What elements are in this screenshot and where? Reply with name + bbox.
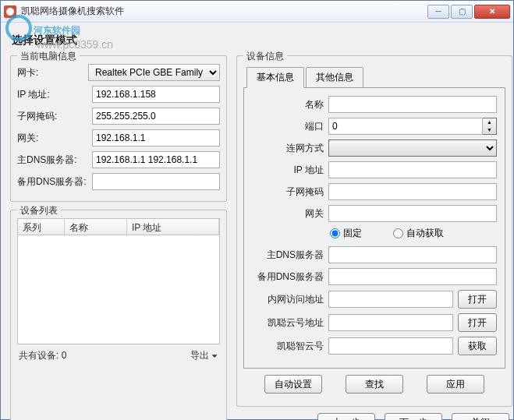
dev-ip-label: IP 地址: [252, 164, 324, 177]
local-info-group: 当前电脑信息 网卡: Realtek PCIe GBE Family IP 地址…: [10, 55, 227, 202]
dev-gateway-input[interactable]: [328, 205, 497, 222]
dev-mask-label: 子网掩码: [252, 185, 324, 199]
dev-dns2-input[interactable]: [328, 268, 497, 285]
col-name[interactable]: 名称: [65, 219, 127, 235]
col-ip[interactable]: IP 地址: [127, 219, 219, 235]
prev-button[interactable]: 上一步: [317, 413, 375, 420]
dev-lan-label: 内网访问地址: [252, 293, 324, 306]
radio-auto[interactable]: 自动获取: [393, 227, 444, 240]
minimize-button[interactable]: ─: [427, 5, 449, 19]
local-info-legend: 当前电脑信息: [17, 50, 80, 63]
device-info-group: 设备信息 基本信息 其他信息 名称 端口: [236, 55, 512, 407]
device-list-group: 设备列表 系列 名称 IP 地址 共有设备: 0 导出: [10, 210, 227, 420]
table-header: 系列 名称 IP 地址: [17, 218, 220, 235]
dev-mask-input[interactable]: [328, 183, 497, 200]
window-title: 凯聪网络摄像机搜索软件: [21, 5, 427, 18]
dev-dns1-label: 主DNS服务器: [252, 249, 324, 262]
lan-open-button[interactable]: 打开: [458, 290, 497, 309]
export-link[interactable]: 导出: [190, 349, 218, 362]
titlebar[interactable]: 凯聪网络摄像机搜索软件 ─ ▢ ✕: [1, 1, 513, 23]
device-count: 共有设备: 0: [19, 349, 66, 362]
dev-name-input[interactable]: [328, 96, 497, 113]
nic-select[interactable]: Realtek PCIe GBE Family: [88, 64, 220, 81]
dev-conn-label: 连网方式: [252, 142, 324, 155]
gateway-label: 网关:: [17, 132, 87, 145]
table-body[interactable]: [17, 235, 220, 344]
close-footer-button[interactable]: 关闭: [452, 413, 509, 420]
smart-get-button[interactable]: 获取: [458, 337, 497, 355]
dev-cloud-label: 凯聪云号地址: [252, 316, 324, 330]
ip-input[interactable]: [92, 86, 220, 103]
maximize-button[interactable]: ▢: [451, 5, 473, 19]
apply-button[interactable]: 应用: [427, 375, 484, 394]
dev-lan-input[interactable]: [328, 291, 453, 308]
dev-smart-label: 凯聪智云号: [252, 340, 324, 353]
radio-fixed[interactable]: 固定: [330, 227, 362, 240]
tab-other[interactable]: 其他信息: [306, 67, 363, 88]
gateway-input[interactable]: [92, 129, 220, 146]
next-button[interactable]: 下一步: [385, 413, 442, 420]
device-info-legend: 设备信息: [243, 50, 287, 63]
dns2-input[interactable]: [92, 173, 220, 190]
ip-label: IP 地址:: [17, 88, 87, 101]
tab-basic[interactable]: 基本信息: [246, 67, 304, 88]
dns1-input[interactable]: [92, 151, 220, 168]
dev-port-input[interactable]: [328, 118, 483, 135]
app-icon: [4, 5, 16, 18]
dev-ip-input[interactable]: [328, 161, 497, 178]
dev-cloud-input[interactable]: [328, 314, 453, 331]
dns2-label: 备用DNS服务器:: [17, 175, 87, 189]
dev-gateway-label: 网关: [252, 207, 324, 221]
device-list-legend: 设备列表: [17, 204, 61, 217]
cloud-open-button[interactable]: 打开: [458, 313, 497, 332]
dev-smart-input[interactable]: [328, 337, 453, 355]
dev-dns2-label: 备用DNS服务器: [252, 270, 324, 284]
page-heading: 选择设置模式: [12, 34, 504, 48]
search-button[interactable]: 查找: [346, 375, 403, 394]
dev-name-label: 名称: [252, 98, 324, 111]
tab-panel: 名称 端口 ▲▼ 连网方式: [243, 87, 505, 369]
mask-input[interactable]: [92, 108, 220, 125]
col-series[interactable]: 系列: [18, 219, 65, 235]
app-window: 凯聪网络摄像机搜索软件 ─ ▢ ✕ 河东软件园 www.pc0359.cn 选择…: [0, 0, 514, 420]
close-button[interactable]: ✕: [474, 5, 510, 19]
port-spinner[interactable]: ▲▼: [483, 118, 497, 135]
dev-conn-select[interactable]: [328, 139, 497, 157]
autoset-button[interactable]: 自动设置: [264, 375, 322, 394]
dns1-label: 主DNS服务器:: [17, 154, 87, 167]
mask-label: 子网掩码:: [17, 110, 87, 123]
nic-label: 网卡:: [17, 66, 83, 79]
dev-dns1-input[interactable]: [328, 246, 497, 263]
dev-port-label: 端口: [252, 120, 324, 133]
